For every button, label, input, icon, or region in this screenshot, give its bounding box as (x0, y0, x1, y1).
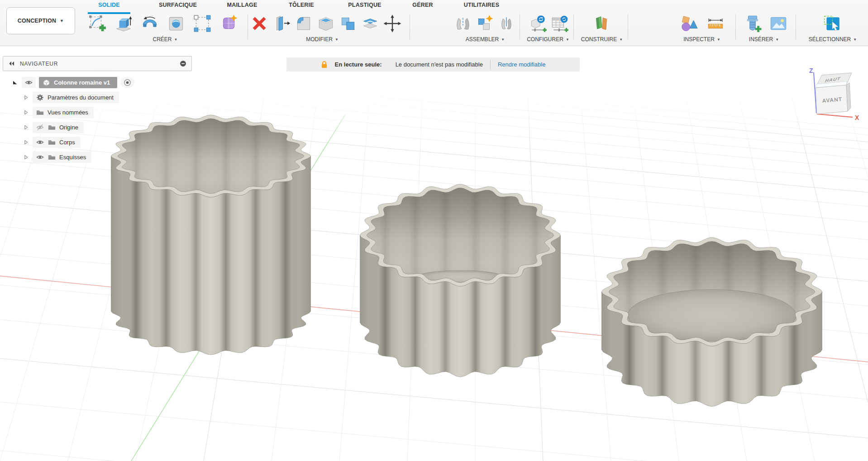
move-icon[interactable] (382, 13, 403, 34)
inspect-icon[interactable] (678, 13, 699, 34)
tab-gérer[interactable]: GÉRER (412, 2, 433, 8)
tree-row-esquisses[interactable]: Esquisses (23, 151, 91, 163)
fusion360-window: HAUT AVANT Z X CONCEPTION ▼ SOLIDESURFAC… (0, 0, 868, 461)
create-form-icon[interactable] (218, 13, 239, 34)
workspace-selector[interactable]: CONCEPTION ▼ (6, 7, 75, 34)
disclosure-collapsed-icon[interactable] (23, 124, 29, 131)
tab-solide[interactable]: SOLIDE (98, 2, 120, 8)
group-divider (735, 14, 736, 39)
group-divider (796, 14, 796, 39)
group-label-créer[interactable]: CRÉER▼ (153, 36, 178, 43)
group-label-insérer[interactable]: INSÉRER▼ (749, 36, 779, 43)
revolve-icon[interactable] (139, 13, 160, 34)
group-modifier: MODIFIER▼ (249, 13, 403, 44)
group-insérer: INSÉRER▼ (742, 13, 789, 44)
configuration-table-icon[interactable] (549, 13, 570, 34)
group-label-inspecter[interactable]: INSPECTER▼ (683, 36, 720, 43)
group-label-construire[interactable]: CONSTRUIRE▼ (581, 36, 623, 43)
column-segment-short[interactable] (602, 238, 822, 407)
create-sketch-icon[interactable] (87, 13, 108, 34)
group-label-assembler[interactable]: ASSEMBLER▼ (466, 36, 505, 43)
tab-utilitaires[interactable]: UTILITAIRES (464, 2, 499, 8)
combine-icon[interactable] (338, 13, 358, 34)
group-label-modifier[interactable]: MODIFIER▼ (306, 36, 339, 43)
group-divider (248, 14, 248, 39)
tree-row-colonne-romaine-v1[interactable]: Colonne romaine v1 (12, 76, 134, 88)
group-assembler: ASSEMBLER▼ (453, 13, 517, 44)
column-segment-tall[interactable] (111, 115, 311, 355)
joint-icon[interactable] (453, 13, 473, 34)
banner-message: Le document n'est pas modifiable (396, 61, 483, 68)
group-divider (628, 14, 628, 39)
group-inspecter: INSPECTER▼ (678, 13, 726, 44)
navigator-header[interactable]: NAVIGATEUR (3, 56, 192, 71)
group-label-sélectionner[interactable]: SÉLECTIONNER▼ (809, 36, 857, 43)
rectangular-pattern-icon[interactable] (192, 13, 213, 34)
extrude-icon[interactable] (113, 13, 134, 34)
lock-icon (321, 61, 328, 68)
group-sélectionner: SÉLECTIONNER▼ (821, 13, 842, 44)
as-built-joint-icon[interactable] (496, 13, 517, 34)
disclosure-collapsed-icon[interactable] (23, 94, 29, 101)
navigator-title: NAVIGATEUR (20, 61, 58, 67)
z-axis-label: Z (809, 67, 813, 74)
shell-icon[interactable] (315, 13, 336, 34)
tree-item[interactable]: Paramètres du document (33, 92, 119, 103)
banner-title: En lecture seule: (335, 61, 382, 68)
collapse-panel-icon[interactable] (8, 60, 15, 67)
tree-row-origine[interactable]: Origine (23, 121, 84, 133)
group-créer: CRÉER▼ (87, 13, 239, 44)
x-axis-label: X (855, 114, 859, 121)
make-editable-link[interactable]: Rendre modifiable (498, 61, 546, 68)
tab-tôlerie[interactable]: TÔLERIE (289, 2, 314, 8)
group-construire: CONSTRUIRE▼ (591, 13, 612, 44)
group-divider (573, 14, 574, 39)
tree-row-vues-nomm-es[interactable]: Vues nommées (23, 106, 94, 118)
visibility-toggle[interactable] (22, 77, 36, 88)
group-configurer: CONFIGURER▼ (527, 13, 570, 44)
toolbar: CONCEPTION ▼ SOLIDESURFACIQUEMAILLAGETÔL… (0, 0, 868, 46)
group-divider (410, 14, 410, 39)
group-divider (520, 14, 520, 39)
tree-item[interactable]: Vues nommées (33, 107, 94, 118)
press-pull-icon[interactable] (271, 13, 292, 34)
hole-icon[interactable] (166, 13, 186, 34)
construction-plane-icon[interactable] (591, 13, 612, 34)
group-label-configurer[interactable]: CONFIGURER▼ (527, 36, 569, 43)
fillet-icon[interactable] (293, 13, 314, 34)
read-only-banner: En lecture seule: Le document n'est pas … (286, 57, 580, 71)
insert-canvas-icon[interactable] (768, 13, 789, 34)
column-segment-medium[interactable] (360, 184, 561, 377)
split-body-icon[interactable] (360, 13, 381, 34)
workspace-label: CONCEPTION (18, 18, 56, 24)
select-icon[interactable] (821, 13, 842, 34)
disclosure-open-icon[interactable] (12, 79, 19, 86)
activate-component-radio[interactable] (120, 77, 134, 88)
delete-icon[interactable] (249, 13, 270, 34)
chevron-down-icon: ▼ (60, 19, 64, 23)
tree-item[interactable]: Origine (33, 122, 84, 133)
measure-icon[interactable] (705, 13, 726, 34)
new-component-icon[interactable] (474, 13, 495, 34)
x-axis-line (817, 114, 853, 117)
banner-divider (490, 60, 491, 69)
insert-fastener-icon[interactable] (742, 13, 763, 34)
tab-maillage[interactable]: MAILLAGE (227, 2, 258, 8)
disclosure-collapsed-icon[interactable] (23, 109, 29, 116)
tree-row-param-tres-du-document[interactable]: Paramètres du document (23, 91, 119, 103)
minimize-panel-icon[interactable] (179, 60, 187, 67)
tree-item[interactable]: Corps (33, 137, 81, 148)
tab-plastique[interactable]: PLASTIQUE (348, 2, 381, 8)
tree-item[interactable]: Esquisses (33, 152, 91, 163)
disclosure-collapsed-icon[interactable] (23, 154, 29, 161)
tab-surfacique[interactable]: SURFACIQUE (159, 2, 197, 8)
disclosure-collapsed-icon[interactable] (23, 139, 29, 146)
view-cube[interactable]: HAUT AVANT Z X (796, 58, 868, 128)
tree-row-corps[interactable]: Corps (23, 136, 81, 148)
component-label[interactable]: Colonne romaine v1 (39, 77, 117, 88)
configuration-icon[interactable] (527, 13, 548, 34)
